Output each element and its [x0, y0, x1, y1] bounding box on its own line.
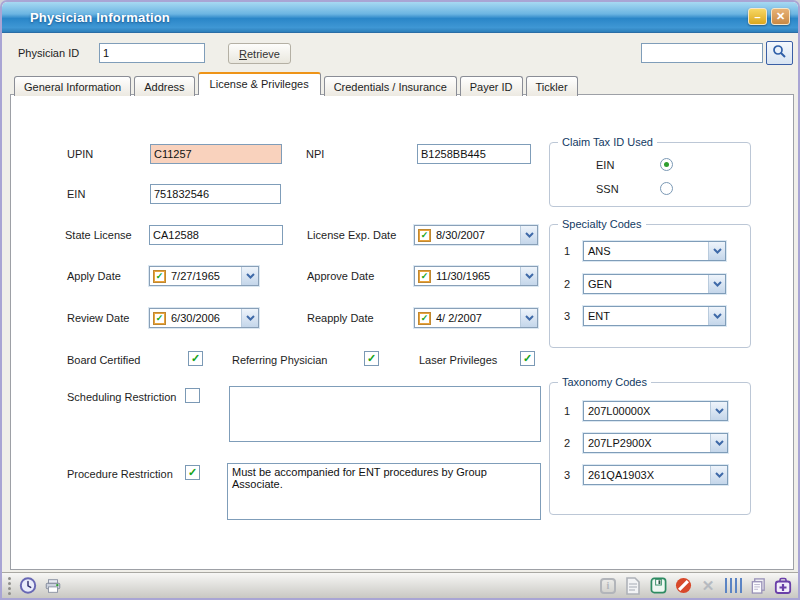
check-icon: ✓ [420, 314, 429, 323]
minimize-button[interactable]: – [748, 8, 767, 25]
tab-payer-id[interactable]: Payer ID [460, 76, 523, 96]
scheduling-restriction-checkbox[interactable] [185, 388, 200, 403]
close-icon: ✕ [776, 10, 785, 23]
date-value: 4/ 2/2007 [431, 312, 520, 324]
print-icon[interactable] [44, 577, 62, 595]
tab-credentials-insurance[interactable]: Credentials / Insurance [324, 76, 457, 96]
date-dropdown-button[interactable] [520, 267, 537, 285]
check-icon: ✓ [155, 272, 164, 281]
procedure-restriction-checkbox[interactable]: ✓ [185, 465, 200, 480]
ein-input[interactable] [150, 184, 281, 204]
search-icon [772, 44, 787, 62]
date-checkbox[interactable]: ✓ [418, 270, 431, 283]
physician-information-window: Physician Information – ✕ Physician ID R… [0, 0, 800, 600]
taxonomy-3-number: 3 [564, 469, 570, 481]
combo-dropdown-button[interactable] [710, 466, 727, 484]
status-bar: i ✕ [2, 572, 798, 598]
claim-tax-id-group: Claim Tax ID Used EIN SSN [549, 142, 751, 207]
separator-bars-icon [724, 577, 742, 595]
date-checkbox[interactable]: ✓ [418, 312, 431, 325]
referring-physician-checkbox[interactable]: ✓ [364, 351, 379, 366]
scheduling-restriction-label: Scheduling Restriction [67, 391, 176, 403]
approve-date-picker[interactable]: ✓ 11/30/1965 [414, 266, 538, 286]
laser-privileges-label: Laser Privileges [419, 354, 497, 366]
specialty-2-combo[interactable]: GEN [583, 274, 726, 294]
check-icon: ✓ [191, 353, 200, 364]
check-icon: ✓ [523, 353, 532, 364]
review-date-picker[interactable]: ✓ 6/30/2006 [149, 308, 259, 328]
npi-label: NPI [306, 148, 324, 160]
date-dropdown-button[interactable] [241, 309, 258, 327]
board-certified-label: Board Certified [67, 354, 140, 366]
combo-dropdown-button[interactable] [708, 242, 725, 260]
procedure-restriction-label: Procedure Restriction [67, 468, 173, 480]
claim-tax-ssn-radio[interactable] [660, 182, 673, 195]
board-certified-checkbox[interactable]: ✓ [188, 351, 203, 366]
reapply-date-label: Reapply Date [307, 312, 374, 324]
date-dropdown-button[interactable] [520, 226, 537, 244]
clock-icon[interactable] [19, 577, 37, 595]
combo-dropdown-button[interactable] [708, 275, 725, 293]
taxonomy-3-combo[interactable]: 261QA1903X [583, 465, 728, 485]
tab-strip: General Information Address License & Pr… [14, 72, 798, 95]
check-icon: ✓ [155, 314, 164, 323]
medical-kit-icon[interactable] [774, 577, 792, 595]
search-button[interactable] [766, 41, 793, 65]
claim-tax-ein-radio[interactable] [660, 158, 673, 171]
license-privileges-panel: UPIN NPI EIN State License License Exp. … [10, 94, 794, 570]
tab-license-privileges[interactable]: License & Privileges [198, 72, 321, 95]
search-input[interactable] [641, 43, 763, 63]
date-value: 7/27/1965 [166, 270, 241, 282]
combo-dropdown-button[interactable] [710, 402, 727, 420]
apply-date-picker[interactable]: ✓ 7/27/1965 [149, 266, 259, 286]
retrieve-button[interactable]: Retrieve [228, 43, 291, 64]
date-dropdown-button[interactable] [520, 309, 537, 327]
grip-handle[interactable] [8, 577, 11, 595]
radio-dot [664, 162, 669, 167]
npi-input[interactable] [417, 144, 531, 164]
info-icon[interactable]: i [599, 577, 617, 595]
cancel-icon[interactable] [674, 577, 692, 595]
state-license-input[interactable] [149, 225, 283, 245]
taxonomy-2-combo[interactable]: 207LP2900X [583, 433, 728, 453]
taxonomy-2-number: 2 [564, 437, 570, 449]
date-dropdown-button[interactable] [241, 267, 258, 285]
combo-dropdown-button[interactable] [708, 307, 725, 325]
laser-privileges-checkbox[interactable]: ✓ [520, 351, 535, 366]
date-checkbox[interactable]: ✓ [153, 312, 166, 325]
physician-id-input[interactable] [99, 43, 205, 63]
minimize-icon: – [754, 11, 760, 23]
procedure-restriction-textarea[interactable]: Must be accompanied for ENT procedures b… [227, 463, 541, 520]
delete-icon[interactable]: ✕ [699, 577, 717, 595]
specialty-3-combo[interactable]: ENT [583, 306, 726, 326]
scheduling-restriction-textarea[interactable] [229, 386, 541, 442]
state-license-label: State License [65, 229, 132, 241]
license-exp-date-label: License Exp. Date [307, 229, 396, 241]
date-value: 11/30/1965 [431, 270, 520, 282]
window-title: Physician Information [30, 10, 170, 25]
reapply-date-picker[interactable]: ✓ 4/ 2/2007 [414, 308, 538, 328]
specialty-1-number: 1 [564, 245, 570, 257]
document-icon[interactable] [624, 577, 642, 595]
save-icon[interactable] [649, 577, 667, 595]
date-checkbox[interactable]: ✓ [153, 270, 166, 283]
claim-tax-ein-label: EIN [596, 159, 614, 171]
close-button[interactable]: ✕ [771, 8, 790, 25]
copy-icon[interactable] [749, 577, 767, 595]
tab-tickler[interactable]: Tickler [526, 76, 578, 96]
tab-general-information[interactable]: General Information [14, 76, 131, 96]
titlebar: Physician Information – ✕ [2, 2, 798, 33]
specialty-1-combo[interactable]: ANS [583, 241, 726, 261]
check-icon: ✓ [420, 272, 429, 281]
combo-dropdown-button[interactable] [710, 434, 727, 452]
taxonomy-1-combo[interactable]: 207L00000X [583, 401, 728, 421]
date-checkbox[interactable]: ✓ [418, 229, 431, 242]
upin-input[interactable] [150, 144, 282, 164]
toolbar: Physician ID Retrieve [2, 33, 798, 72]
date-value: 8/30/2007 [431, 229, 520, 241]
review-date-label: Review Date [67, 312, 129, 324]
license-exp-date-picker[interactable]: ✓ 8/30/2007 [414, 225, 538, 245]
tab-address[interactable]: Address [134, 76, 194, 96]
approve-date-label: Approve Date [307, 270, 374, 282]
referring-physician-label: Referring Physician [232, 354, 327, 366]
